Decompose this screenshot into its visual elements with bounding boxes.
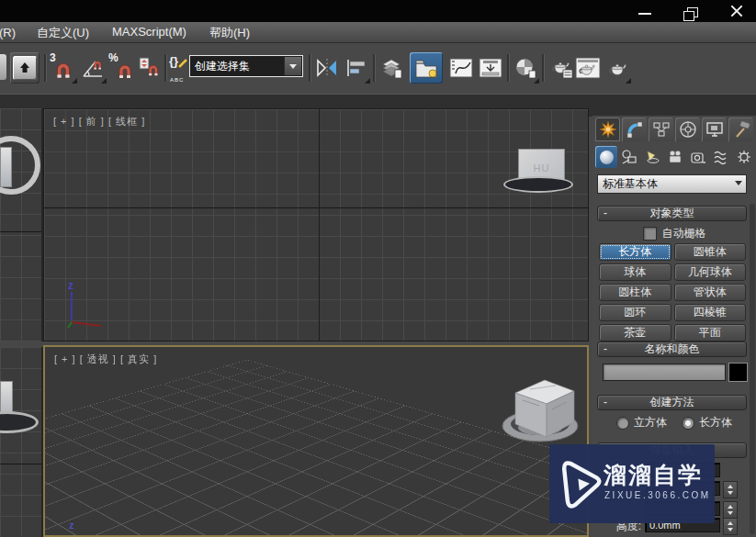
tab-utilities[interactable] [728,117,753,141]
up-arrow-button[interactable] [10,52,39,84]
tab-hierarchy[interactable] [649,117,673,141]
front-viewport-label[interactable]: [ + ] [ 前 ] [ 线框 ] [53,115,145,129]
watermark-title: 溜溜自学 [604,460,703,490]
pyramid-button[interactable]: 四棱锥 [674,304,747,321]
create-categories [595,146,755,168]
tab-motion[interactable] [675,117,700,141]
menu-maxscript[interactable]: MAXScript(M) [112,25,186,39]
cone-button[interactable]: 圆锥体 [674,243,747,261]
category-systems[interactable] [733,146,755,168]
menu-rendering[interactable]: 染(R) [0,25,16,41]
render-setup-button[interactable] [546,52,575,84]
left-viewport-sliver-top[interactable] [0,108,43,341]
menu-customize[interactable]: 自定义(U) [37,25,89,41]
rollout-name-color[interactable]: - 名称和颜色 [597,341,747,357]
cube-partial [0,147,12,187]
height-spinner[interactable] [723,518,738,535]
radio-cube-label: 立方体 [634,415,667,431]
radio-box-label: 长方体 [699,415,732,431]
mirror-button[interactable] [312,52,342,84]
toggle-scene-explorer-button[interactable] [410,52,443,84]
toolbar-separator [373,54,376,82]
partial-toolbar-icon [0,54,6,80]
geosphere-button[interactable]: 几何球体 [674,263,747,281]
combo-dropdown-button[interactable] [284,57,301,75]
value-spinner[interactable] [723,501,738,519]
tube-button[interactable]: 管状体 [674,284,747,301]
schematic-view-icon [479,57,502,79]
category-lights[interactable] [641,146,663,168]
left-viewport-sliver-bottom[interactable] [0,347,43,537]
motion-icon [679,120,697,139]
render-production-button[interactable] [603,52,632,84]
watermark-overlay: 溜溜自学 zixue.3066.com [549,444,715,523]
material-editor-icon [513,56,537,80]
plane-button[interactable]: 平面 [674,324,747,341]
perspective-viewport[interactable]: [ + ] [ 透视 ] [ 真实 ] z [43,345,589,537]
object-name-input[interactable] [603,364,726,381]
toolbar-separator [44,54,47,82]
collapse-icon: - [604,396,607,408]
curve-editor-button[interactable] [446,52,476,84]
axis-z-glyph: z [68,279,73,292]
named-selection-set-combo[interactable]: 创建选择集 [189,55,303,77]
chevron-down-icon [735,181,742,185]
menubar: 染(R) 自定义(U) MAXScript(M) 帮助(H) [0,22,756,43]
category-spacewarps[interactable] [710,146,732,168]
object-color-swatch[interactable] [728,363,748,382]
scene-torus-front[interactable] [503,176,573,193]
rollout-object-type[interactable]: - 对象类型 [597,206,747,221]
tab-create[interactable] [595,117,620,141]
minimize-button[interactable] [635,3,655,19]
teapot-ring-partial [0,411,39,433]
cylinder-button[interactable]: 圆柱体 [599,284,671,301]
angle-snap-icon[interactable] [78,52,107,84]
menu-help[interactable]: 帮助(H) [209,25,250,41]
world-axis-tripod: z [53,276,112,335]
sphere-button[interactable]: 球体 [599,263,671,281]
rendered-frame-window-button[interactable] [573,52,603,84]
material-editor-button[interactable] [511,52,540,84]
percent-snap-icon[interactable]: % [107,52,137,84]
spinner-down-icon [728,528,733,531]
toolbar-separator [507,54,510,82]
radio-icon [616,417,629,430]
hierarchy-icon [652,120,671,139]
creation-method-options: 立方体 长方体 [592,415,756,431]
align-button[interactable] [342,52,371,84]
restore-icon [687,7,698,17]
teapot-button[interactable]: 茶壶 [599,324,671,341]
edit-named-selections-icon[interactable]: {} ABC [167,52,189,84]
snap-3-label: 3 [50,51,56,64]
perspective-viewport-label[interactable]: [ + ] [ 透视 ] [ 真实 ] [54,352,157,366]
category-shapes[interactable] [618,146,640,168]
geometry-icon [600,151,614,164]
tab-display[interactable] [702,117,727,141]
close-icon [730,5,743,17]
front-viewport[interactable]: [ + ] [ 前 ] [ 线框 ] HU z [43,108,589,341]
box-button[interactable]: 长方体 [599,243,671,261]
rollout-title: 对象类型 [650,206,694,221]
close-button[interactable] [727,3,747,19]
render-setup-icon [547,56,573,80]
tab-modify[interactable] [622,117,647,141]
snaps-toggle-3d-icon[interactable]: 3 [49,52,78,84]
scene-cube-on-torus[interactable] [499,371,583,446]
manage-layers-button[interactable] [377,52,406,84]
category-geometry[interactable] [595,146,617,168]
grid-origin-horizontal [44,207,588,208]
category-helpers[interactable] [687,146,709,168]
torus-button[interactable]: 圆环 [599,304,671,321]
restore-button[interactable] [681,3,701,19]
primitive-category-dropdown[interactable]: 标准基本体 [597,174,747,194]
category-cameras[interactable] [664,146,686,168]
rollout-creation-method[interactable]: - 创建方法 [597,395,747,410]
grid-origin-vertical [319,109,320,341]
value-spinner[interactable] [723,481,738,498]
schematic-view-button[interactable] [476,52,505,84]
spinner-down-icon [728,491,733,495]
autogrid-checkbox[interactable] [643,227,657,241]
radio-box[interactable]: 长方体 [682,415,732,431]
spinner-snap-icon[interactable] [135,52,164,84]
radio-cube[interactable]: 立方体 [616,415,667,431]
